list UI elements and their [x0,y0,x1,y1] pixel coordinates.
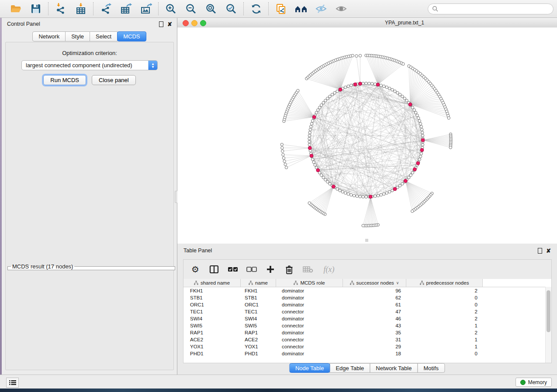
zoom-selected-button[interactable] [225,2,238,15]
zoom-out-button[interactable] [184,2,197,15]
columns-icon [209,265,219,274]
network-canvas[interactable] [177,28,557,244]
tab-network[interactable]: Network [32,31,66,41]
control-panel: Control Panel ✘ NetworkStyleSelectMCDS O… [2,18,177,375]
column-header-shared-name[interactable]: shared name [183,279,241,287]
cell-shared-name: RAP1 [183,330,241,335]
desktop-wallpaper-bottom-strip [0,389,557,392]
zoom-fit-button[interactable] [204,2,218,15]
cell-name: SWI5 [241,323,276,328]
zoom-selected-icon [225,3,237,15]
table-panel-tabs: Node TableEdge TableNetwork TableMotifs [290,363,445,373]
column-type-icon [420,281,424,285]
function-builder-button[interactable]: f(x) [322,264,336,275]
show-graphics-details-button[interactable] [335,2,348,15]
tab-edge-table[interactable]: Edge Table [329,363,370,373]
network-window-titlebar[interactable]: YPA_prune.txt_1 [177,18,557,28]
close-panel-icon[interactable]: ✘ [167,21,172,27]
delete-column-button[interactable] [284,264,294,275]
table-row[interactable]: YOX1YOX1connector291 [183,343,551,350]
column-header-MCDS-role[interactable]: MCDS role [276,279,343,287]
memory-status-icon [520,380,526,385]
network-window-title: YPA_prune.txt_1 [385,20,424,26]
apply-layout-button[interactable] [249,2,263,15]
clone-network-icon [275,3,287,15]
cell-MCDS-role: dominator [276,330,343,335]
close-panel-icon[interactable]: ✘ [546,248,551,254]
cell-MCDS-role: dominator [276,302,343,307]
tab-network-table[interactable]: Network Table [370,363,418,373]
table-row[interactable]: RAP1RAP1dominator352 [183,329,551,336]
criterion-dropdown[interactable]: largest connected component (undirected)… [21,60,158,70]
criterion-dropdown-value: largest connected component (undirected) [22,62,148,69]
float-window-icon[interactable] [159,21,163,27]
table-row[interactable]: STB1STB1dominator620 [183,294,551,301]
show-columns-button[interactable] [209,264,219,275]
node-table: shared namenameMCDS rolesuccessor nodes∨… [183,279,551,363]
memory-button[interactable]: Memory [515,378,552,387]
column-header-name[interactable]: name [241,279,276,287]
column-header-successor-nodes[interactable]: successor nodes∨ [343,279,406,287]
column-header-predecessor-nodes[interactable]: predecessor nodes [406,279,483,287]
canvas-resize-handle[interactable] [365,239,368,242]
table-scrollbar[interactable] [545,287,551,363]
first-neighbors-button[interactable] [294,2,308,15]
refresh-layout-icon [250,3,262,15]
cell-predecessor-nodes: 0 [406,302,483,307]
open-session-button[interactable] [9,2,22,15]
import-network-button[interactable] [54,2,67,15]
cell-MCDS-role: connector [276,337,343,342]
table-row[interactable]: FKH1FKH1dominator962 [183,287,551,294]
table-row[interactable]: SWI4SWI4dominator462 [183,315,551,322]
import-table-button[interactable] [74,2,87,15]
trash-icon [285,265,293,274]
table-row[interactable]: ORC1ORC1dominator610 [183,301,551,308]
create-column-button[interactable] [265,264,276,275]
tab-style[interactable]: Style [65,31,90,41]
control-panel-tabs: NetworkStyleSelectMCDS [2,31,177,41]
maximize-window-icon[interactable] [200,20,206,26]
list-icon [9,380,16,385]
tab-motifs[interactable]: Motifs [417,363,445,373]
cell-successor-nodes: 62 [343,295,406,300]
select-all-rows-button[interactable] [228,264,238,275]
export-table-button[interactable] [119,2,132,15]
table-row[interactable]: SWI5SWI5connector431 [183,322,551,329]
search-input[interactable] [441,5,549,12]
table-row[interactable]: TEC1TEC1connector472 [183,308,551,315]
cell-predecessor-nodes: 2 [406,309,483,314]
panel-menu-button[interactable] [6,378,19,388]
mcds-tab-content: Optimization criterion: largest connecte… [5,42,174,370]
minimize-window-icon[interactable] [191,20,197,26]
table-row[interactable]: ACE2ACE2connector311 [183,336,551,343]
float-window-icon[interactable] [538,248,542,254]
tab-node-table[interactable]: Node Table [289,363,330,373]
main-toolbar [0,0,557,18]
search-box [428,3,554,14]
deselect-all-rows-button[interactable] [246,264,257,275]
memory-button-label: Memory [528,379,547,385]
clone-network-button[interactable] [274,2,287,15]
table-toolbar: ⚙ f(x) [183,260,551,279]
export-image-icon [140,3,152,15]
save-session-button[interactable] [29,2,42,15]
clear-table-button[interactable] [303,264,313,275]
column-type-icon [350,281,354,285]
tab-mcds[interactable]: MCDS [117,31,146,41]
table-settings-button[interactable]: ⚙ [190,264,201,275]
tab-select[interactable]: Select [90,31,118,41]
mcds-result-list[interactable]: PHD1CAR1STP4TID3YOX1SWI4SRD1PMA2FKH1ACE2… [9,271,168,272]
close-panel-button[interactable]: Close panel [92,75,136,85]
export-network-button[interactable] [99,2,112,15]
table-scrollbar-thumb[interactable] [547,290,550,332]
export-image-button[interactable] [139,2,152,15]
table-row[interactable]: PHD1PHD1dominator180 [183,350,551,357]
hide-graphics-details-button[interactable] [315,2,328,15]
cell-successor-nodes: 35 [343,330,406,335]
close-window-icon[interactable] [183,20,189,26]
run-mcds-button[interactable]: Run MCDS [43,75,86,85]
cell-shared-name: ACE2 [183,337,241,342]
zoom-in-button[interactable] [164,2,177,15]
cell-predecessor-nodes: 2 [406,288,483,293]
cell-successor-nodes: 46 [343,316,406,321]
